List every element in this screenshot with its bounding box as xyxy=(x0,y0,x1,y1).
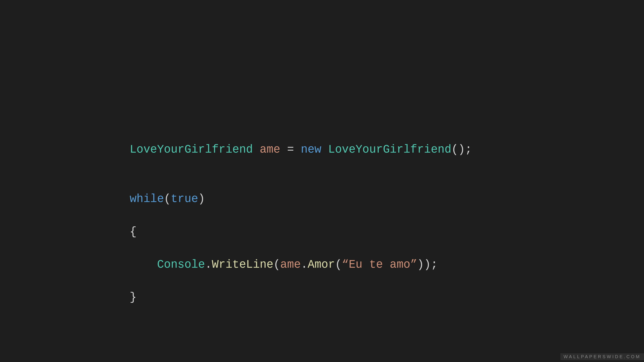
code-block: LoveYourGirlfriend ame = new LoveYourGir… xyxy=(130,125,472,322)
token-paren-close: ) xyxy=(424,258,431,271)
token-console: Console xyxy=(157,258,205,271)
code-line-5: Console.WriteLine(ame.Amor(“Eu te amo”))… xyxy=(130,257,472,273)
token-semicolon: ; xyxy=(431,258,438,271)
token-quote-open: “ xyxy=(342,258,349,271)
token-parens: () xyxy=(451,143,465,156)
token-paren-close: ) xyxy=(198,193,205,205)
token-keyword-while: while xyxy=(130,193,164,205)
token-method-amor: Amor xyxy=(308,258,335,271)
token-variable: ame xyxy=(280,258,301,271)
token-space xyxy=(253,143,260,156)
token-class: LoveYourGirlfriend xyxy=(328,143,452,156)
code-line-1: LoveYourGirlfriend ame = new LoveYourGir… xyxy=(130,141,472,158)
token-paren-open: ( xyxy=(164,193,171,205)
token-assign: = xyxy=(280,143,301,156)
token-class: LoveYourGirlfriend xyxy=(130,143,253,156)
code-line-brace-close: } xyxy=(130,289,472,306)
token-semicolon: ; xyxy=(465,143,472,156)
token-quote-close: ” xyxy=(410,258,417,271)
token-keyword-new: new xyxy=(301,143,321,156)
token-paren-open: ( xyxy=(274,258,280,271)
token-paren-open: ( xyxy=(335,258,342,271)
watermark-label: WALLPAPERSWIDE.COM xyxy=(560,353,644,360)
code-line-brace-open: { xyxy=(130,224,472,240)
token-dot: . xyxy=(205,258,212,271)
token-method-writeline: WriteLine xyxy=(212,258,273,271)
token-keyword-true: true xyxy=(171,193,198,205)
token-variable: ame xyxy=(260,143,280,156)
token-paren-close: ) xyxy=(417,258,424,271)
code-line-3: while(true) xyxy=(130,191,472,207)
token-space xyxy=(321,143,328,156)
token-indent xyxy=(130,258,157,271)
token-dot: . xyxy=(301,258,308,271)
token-string: Eu te amo xyxy=(348,258,410,271)
